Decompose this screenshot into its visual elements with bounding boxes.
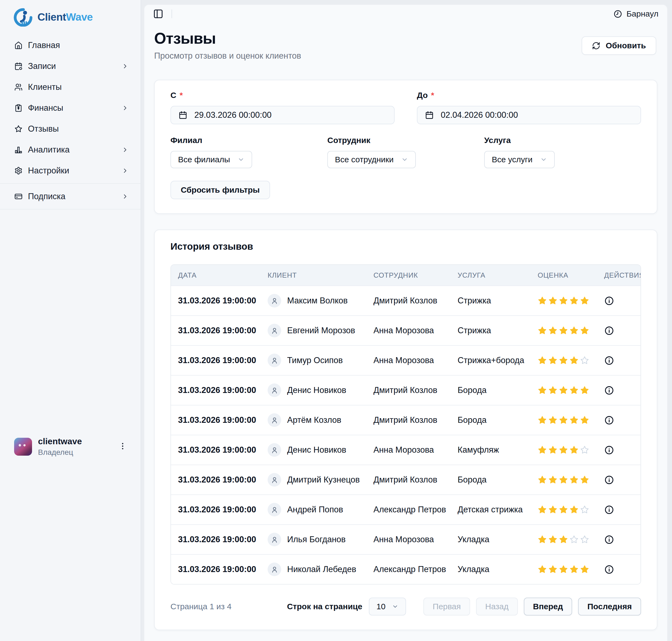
pagination-button-disabled[interactable]: Назад: [476, 598, 518, 615]
star-filled-icon: [538, 326, 547, 335]
service-label: Услуга: [484, 136, 641, 145]
client-name: Тимур Осипов: [287, 355, 343, 365]
sidebar-item-calendar[interactable]: Записи: [0, 56, 141, 77]
star-filled-icon: [538, 475, 547, 485]
star-empty-icon: [580, 445, 589, 454]
service-select[interactable]: Все услуги: [484, 151, 555, 168]
cell-actions: [597, 295, 641, 306]
star-filled-icon: [559, 296, 568, 305]
sidebar-divider: [0, 209, 141, 209]
cell-employee: Анна Морозова: [366, 355, 451, 365]
refresh-button[interactable]: Обновить: [581, 36, 656, 55]
star-empty-icon: [570, 535, 579, 544]
cell-service: Борода: [451, 475, 531, 485]
chevron-right-icon: [122, 63, 129, 70]
info-button[interactable]: [604, 534, 615, 545]
info-button[interactable]: [604, 385, 615, 396]
branch-select[interactable]: Все филиалы: [170, 151, 252, 168]
star-filled-icon: [538, 535, 547, 544]
cell-date: 31.03.2026 19:00:00: [171, 385, 261, 395]
rows-per-page-label: Строк на странице: [287, 602, 362, 611]
cell-client: Дмитрий Кузнецов: [261, 473, 366, 487]
user-avatar: [14, 438, 32, 456]
star-filled-icon: [538, 565, 547, 574]
client-avatar-icon: [268, 503, 281, 516]
to-label: До: [417, 91, 428, 100]
star-icon: [14, 125, 23, 133]
date-to-input[interactable]: 02.04.2026 00:00:00: [417, 106, 641, 124]
chevron-down-icon: [401, 156, 408, 163]
sidebar-item-finance[interactable]: Финансы: [0, 97, 141, 118]
cell-service: Детская стрижка: [451, 505, 531, 515]
info-button[interactable]: [604, 355, 615, 366]
client-avatar-icon: [268, 473, 281, 487]
star-filled-icon: [570, 505, 579, 514]
info-button[interactable]: [604, 504, 615, 515]
info-button[interactable]: [604, 325, 615, 336]
date-from-input[interactable]: 29.03.2026 00:00:00: [170, 106, 395, 124]
star-filled-icon: [538, 505, 547, 514]
client-name: Андрей Попов: [287, 505, 343, 515]
client-name: Евгений Морозов: [287, 326, 355, 336]
star-filled-icon: [559, 326, 568, 335]
location-button[interactable]: Барнаул: [613, 9, 658, 18]
cell-employee: Дмитрий Козлов: [366, 385, 451, 395]
rating-stars: [531, 356, 597, 365]
pagination-button-disabled[interactable]: Первая: [423, 598, 470, 615]
sidebar-divider: [0, 183, 141, 184]
sidebar-item-gear[interactable]: Настройки: [0, 160, 141, 181]
info-icon: [604, 505, 614, 515]
info-button[interactable]: [604, 295, 615, 306]
user-menu-button[interactable]: [117, 441, 128, 453]
chevron-right-icon: [122, 167, 129, 174]
info-icon: [604, 475, 614, 485]
pagination-button-enabled[interactable]: Последняя: [578, 598, 641, 615]
sidebar-item-chart[interactable]: Аналитика: [0, 139, 141, 160]
info-icon: [604, 355, 614, 366]
filters-panel: С* 29.03.2026 00:00:00 До* 02.04.2026 00…: [154, 80, 657, 214]
reset-filters-button[interactable]: Сбросить фильтры: [170, 181, 270, 199]
info-icon: [604, 385, 614, 395]
cell-client: Андрей Попов: [261, 503, 366, 516]
table-row: 31.03.2026 19:00:00 Илья Богданов Анна М…: [171, 524, 641, 554]
info-button[interactable]: [604, 564, 615, 575]
cell-service: Укладка: [451, 535, 531, 544]
cell-client: Денис Новиков: [261, 443, 366, 457]
employee-select[interactable]: Все сотрудники: [327, 151, 416, 168]
service-filter: Услуга Все услуги: [484, 136, 641, 168]
cell-client: Евгений Морозов: [261, 324, 366, 337]
cell-employee: Анна Морозова: [366, 445, 451, 455]
rows-per-page-select[interactable]: 10: [369, 598, 406, 615]
info-button[interactable]: [604, 474, 615, 485]
column-header: КЛИЕНТ: [261, 271, 366, 279]
info-button[interactable]: [604, 445, 615, 455]
sidebar-item-home[interactable]: Главная: [0, 35, 141, 56]
column-header: ДАТА: [171, 271, 261, 279]
star-filled-icon: [580, 415, 589, 425]
page-info: Страница 1 из 4: [170, 602, 232, 611]
branch-filter: Филиал Все филиалы: [170, 136, 327, 168]
info-icon: [604, 296, 614, 306]
table-row: 31.03.2026 19:00:00 Максим Волков Дмитри…: [171, 286, 641, 315]
cell-actions: [597, 534, 641, 545]
rating-stars: [531, 565, 597, 574]
reviews-table: ДАТАКЛИЕНТСОТРУДНИКУСЛУГАОЦЕНКАДЕЙСТВИЯ …: [170, 264, 641, 585]
client-name: Денис Новиков: [287, 445, 346, 455]
app-root: ClientWave Главная Записи Клиенты Финанс…: [0, 0, 672, 641]
chevron-right-icon: [122, 146, 129, 153]
info-button[interactable]: [604, 415, 615, 425]
cell-actions: [597, 504, 641, 515]
rating-stars: [531, 445, 597, 454]
sidebar-item-card[interactable]: Подписка: [0, 186, 141, 207]
sidebar-item-star[interactable]: Отзывы: [0, 118, 141, 139]
cell-client: Денис Новиков: [261, 383, 366, 397]
cell-employee: Александр Петров: [366, 505, 451, 515]
gear-icon: [14, 167, 23, 175]
pagination-button-enabled[interactable]: Вперед: [524, 598, 572, 615]
cell-date: 31.03.2026 19:00:00: [171, 445, 261, 455]
finance-icon: [14, 104, 23, 112]
sidebar-toggle-button[interactable]: [153, 8, 164, 19]
section-title: История отзывов: [170, 241, 641, 252]
sidebar-item-users[interactable]: Клиенты: [0, 77, 141, 97]
rating-stars: [531, 386, 597, 395]
